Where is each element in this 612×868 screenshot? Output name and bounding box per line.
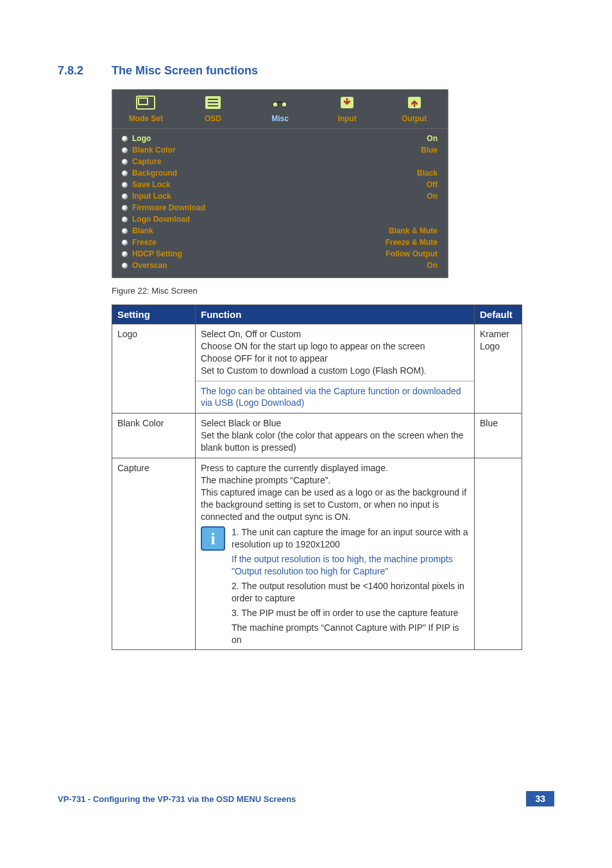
settings-table: Setting Function Default Logo Select On,… — [112, 305, 522, 650]
output-icon — [380, 94, 448, 112]
osd-label: Blank — [132, 226, 153, 235]
tab-label: Misc — [271, 114, 289, 123]
note-text: If the output resolution is too high, th… — [232, 553, 469, 578]
osd-label: HDCP Setting — [132, 249, 182, 258]
osd-row[interactable]: LogoOn — [120, 133, 440, 144]
radio-icon — [121, 147, 128, 154]
radio-icon — [121, 216, 128, 223]
osd-label: Firmware Download — [132, 203, 205, 212]
th-default: Default — [475, 305, 522, 324]
tab-mode-set[interactable]: Mode Set — [112, 90, 180, 128]
table-row: Logo Select On, Off or Custom Choose ON … — [112, 324, 522, 381]
osd-value: Freeze & Mute — [386, 238, 438, 247]
osd-row[interactable]: HDCP SettingFollow Output — [120, 248, 440, 260]
radio-icon — [121, 228, 128, 235]
text: This captured image can be used as a log… — [201, 487, 469, 523]
osd-row[interactable]: Logo Download — [120, 213, 440, 225]
osd-body: LogoOnBlank ColorBlueCaptureBackgroundBl… — [112, 129, 448, 278]
osd-label: Capture — [132, 157, 161, 166]
osd-panel: Mode Set OSD Misc — [112, 89, 448, 278]
osd-row[interactable]: Save LockOff — [120, 179, 440, 190]
cell-default: Kramer Logo — [475, 324, 522, 413]
osd-value: Off — [427, 180, 438, 189]
osd-value: On — [427, 134, 438, 143]
osd-label: Save Lock — [132, 180, 170, 189]
tab-label: Mode Set — [129, 114, 163, 123]
osd-value: Blank & Mute — [389, 226, 438, 235]
osd-row[interactable]: Input LockOn — [120, 190, 440, 202]
text: Set to Custom to download a custom Logo … — [201, 365, 469, 377]
cell-default: Blue — [475, 413, 522, 458]
osd-row[interactable]: Capture — [120, 156, 440, 167]
tab-osd[interactable]: OSD — [180, 90, 247, 128]
note-text: The logo can be obtained via the Capture… — [201, 385, 469, 410]
cell-setting: Capture — [112, 458, 196, 650]
osd-value: Follow Output — [386, 249, 438, 258]
text: Choose ON for the start up logo to appea… — [201, 340, 469, 353]
osd-row[interactable]: Blank ColorBlue — [120, 144, 440, 156]
section-heading: 7.8.2 The Misc Screen functions — [58, 64, 554, 78]
osd-icon — [180, 94, 247, 112]
osd-label: Blank Color — [132, 146, 175, 154]
cell-function: Select On, Off or Custom Choose ON for t… — [196, 324, 475, 381]
radio-icon — [121, 204, 128, 212]
svg-point-7 — [282, 102, 287, 107]
text: 2. The output resolution must be <1400 h… — [232, 580, 469, 605]
radio-icon — [121, 262, 128, 269]
osd-label: Logo — [132, 134, 151, 143]
table-row: Capture Press to capture the currently d… — [112, 458, 522, 650]
cell-setting: Logo — [112, 324, 196, 413]
osd-row[interactable]: BackgroundBlack — [120, 167, 440, 179]
tab-label: Output — [402, 114, 427, 123]
svg-rect-1 — [139, 98, 148, 104]
osd-row[interactable]: FreezeFreeze & Mute — [120, 237, 440, 248]
tab-input[interactable]: Input — [314, 90, 381, 128]
modeset-icon — [112, 94, 180, 112]
text: 3. The PIP must be off in order to use t… — [232, 607, 469, 619]
radio-icon — [121, 135, 128, 142]
osd-label: Background — [132, 169, 177, 178]
text: The machine prompts “Capture”. — [201, 474, 469, 487]
text: Choose OFF for it not to appear — [201, 353, 469, 365]
tab-output[interactable]: Output — [380, 90, 448, 128]
text: Select Black or Blue — [201, 417, 469, 430]
text: Set the blank color (the color that appe… — [201, 430, 469, 454]
info-icon: i — [201, 526, 225, 551]
svg-point-6 — [273, 102, 278, 107]
input-icon — [314, 94, 381, 112]
tab-label: OSD — [205, 114, 221, 123]
cell-function: Press to capture the currently displayed… — [196, 458, 475, 650]
osd-value: On — [427, 261, 438, 270]
text: Press to capture the currently displayed… — [201, 462, 469, 474]
osd-label: Overscan — [132, 261, 167, 270]
osd-tabs: Mode Set OSD Misc — [112, 90, 448, 129]
section-number: 7.8.2 — [58, 64, 112, 78]
tab-label: Input — [337, 114, 356, 123]
osd-value: On — [427, 192, 438, 201]
text: Select On, Off or Custom — [201, 328, 469, 340]
radio-icon — [121, 239, 128, 246]
page-number: 33 — [526, 791, 554, 806]
osd-value: Black — [417, 169, 438, 178]
misc-icon — [246, 94, 314, 112]
osd-row[interactable]: Firmware Download — [120, 202, 440, 213]
osd-row[interactable]: OverscanOn — [120, 260, 440, 271]
cell-function-note: The logo can be obtained via the Capture… — [196, 381, 475, 413]
cell-setting: Blank Color — [112, 413, 196, 458]
osd-label: Input Lock — [132, 192, 171, 201]
osd-row[interactable]: BlankBlank & Mute — [120, 225, 440, 237]
radio-icon — [121, 193, 128, 200]
page-footer: VP-731 - Configuring the VP-731 via the … — [0, 791, 612, 806]
osd-label: Freeze — [132, 238, 157, 247]
radio-icon — [121, 181, 128, 188]
osd-label: Logo Download — [132, 215, 190, 224]
table-row: Blank Color Select Black or Blue Set the… — [112, 413, 522, 458]
section-title: The Misc Screen functions — [112, 64, 258, 78]
osd-value: Blue — [421, 146, 438, 154]
cell-default — [475, 458, 522, 650]
radio-icon — [121, 158, 128, 165]
tab-misc[interactable]: Misc — [246, 90, 314, 128]
footer-text: VP-731 - Configuring the VP-731 via the … — [58, 794, 296, 804]
text: The machine prompts “Cannot Capture with… — [232, 622, 469, 646]
cell-function: Select Black or Blue Set the blank color… — [196, 413, 475, 458]
